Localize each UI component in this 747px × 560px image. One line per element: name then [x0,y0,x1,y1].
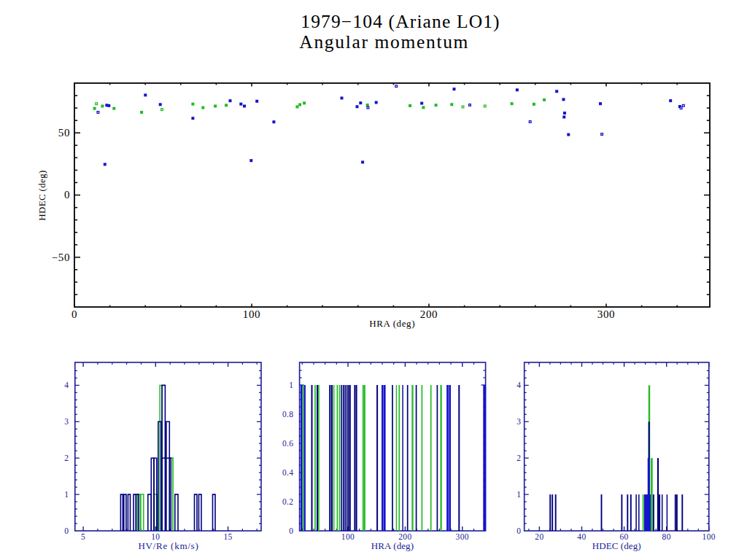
svg-text:−50: −50 [52,252,70,263]
svg-text:0: 0 [64,189,70,201]
svg-text:300: 300 [597,308,615,320]
svg-text:0: 0 [516,526,521,535]
svg-text:1: 1 [516,490,521,499]
svg-text:0: 0 [71,308,77,320]
svg-text:4: 4 [516,381,521,389]
svg-text:HV/Re (km/s): HV/Re (km/s) [138,540,198,551]
svg-text:0.2: 0.2 [282,497,294,506]
svg-text:100: 100 [341,532,355,541]
svg-text:HDEC (deg): HDEC (deg) [592,540,641,551]
svg-text:HRA (deg): HRA (deg) [369,318,415,329]
svg-text:80: 80 [662,532,671,541]
svg-text:200: 200 [420,308,438,320]
svg-text:20: 20 [535,532,543,541]
svg-text:2: 2 [64,454,69,462]
svg-text:5: 5 [81,532,85,541]
svg-text:1979−104 (Ariane LO1): 1979−104 (Ariane LO1) [301,11,500,32]
svg-text:0.8: 0.8 [282,410,294,419]
svg-text:100: 100 [243,308,260,320]
svg-text:0: 0 [64,526,69,535]
svg-text:2: 2 [516,454,521,462]
svg-text:4: 4 [64,381,69,389]
svg-text:0.6: 0.6 [282,439,294,448]
svg-text:HRA (deg): HRA (deg) [371,540,414,551]
svg-text:15: 15 [223,532,232,541]
svg-text:1: 1 [64,490,69,499]
svg-text:0.4: 0.4 [282,468,294,477]
svg-text:Angular momentum: Angular momentum [299,31,469,52]
svg-text:300: 300 [456,532,469,541]
svg-text:3: 3 [516,417,521,426]
svg-text:HDEC (deg): HDEC (deg) [36,170,47,221]
svg-text:0: 0 [289,526,293,535]
svg-text:3: 3 [64,417,69,426]
svg-text:50: 50 [58,127,70,139]
svg-text:100: 100 [703,532,716,541]
svg-text:40: 40 [577,532,586,541]
svg-text:1: 1 [289,381,293,389]
